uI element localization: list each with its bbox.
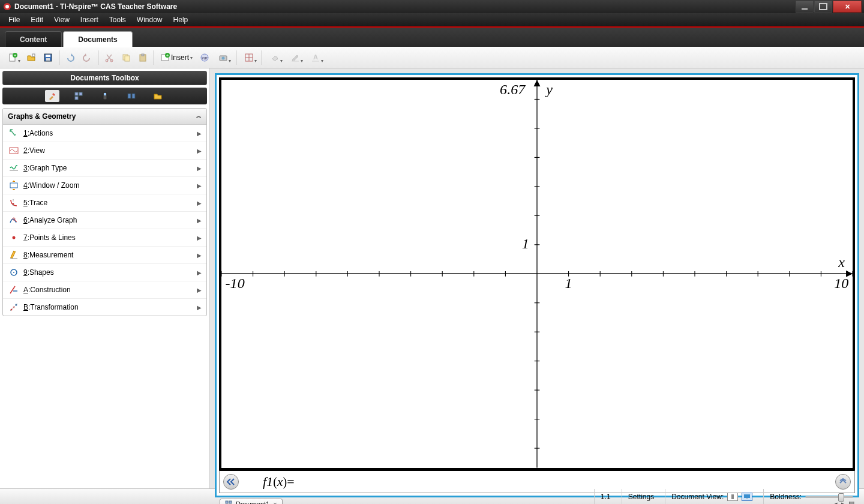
sidebar-item-measurement[interactable]: 8:Measurement▶ xyxy=(3,247,206,264)
svg-rect-37 xyxy=(10,183,17,188)
close-button[interactable] xyxy=(833,1,862,13)
sidebar-title: Documents Toolbox xyxy=(2,71,207,85)
svg-rect-28 xyxy=(75,92,78,95)
settings-button[interactable]: Settings xyxy=(622,489,660,504)
color-fill-button[interactable] xyxy=(266,50,284,65)
submenu-arrow-icon: ▶ xyxy=(197,148,202,154)
sidebar-item-view[interactable]: 2:View▶ xyxy=(3,142,206,160)
svg-text:x: x xyxy=(838,254,845,270)
sidebar-tab-emulator[interactable] xyxy=(98,90,112,102)
submenu-arrow-icon: ▶ xyxy=(197,200,202,206)
toolbar: + + Insert ▾ var A xyxy=(0,47,864,68)
page-indicator[interactable]: 1.1 xyxy=(594,489,617,504)
sidebar-item-shapes[interactable]: 9:Shapes▶ xyxy=(3,264,206,281)
sidebar-tab-tools[interactable] xyxy=(45,90,59,102)
computer-view-button[interactable] xyxy=(742,493,752,501)
graphs-geometry-header[interactable]: Graphs & Geometry︽ xyxy=(3,109,206,125)
sidebar-item-window-zoom[interactable]: 4:Window / Zoom▶ xyxy=(3,177,206,194)
graphs-geometry-panel: Graphs & Geometry︽ 1:Actions▶2:View▶3:Gr… xyxy=(2,108,207,316)
sidebar-item-icon xyxy=(8,215,20,225)
svg-rect-25 xyxy=(292,61,299,62)
document-tabs: Document1 × ◂ ▸ ▤ xyxy=(215,499,859,504)
svg-rect-43 xyxy=(11,251,16,258)
svg-rect-5 xyxy=(32,54,35,56)
sidebar-item-graph-type[interactable]: 3:Graph Type▶ xyxy=(3,160,206,177)
svg-text:6.67: 6.67 xyxy=(500,82,526,97)
menu-file[interactable]: File xyxy=(4,14,25,25)
insert-dropdown[interactable]: + Insert ▾ xyxy=(158,50,195,65)
submenu-arrow-icon: ▶ xyxy=(197,252,202,259)
svg-rect-29 xyxy=(79,92,82,95)
menu-tools[interactable]: Tools xyxy=(104,14,131,25)
document-tab-1[interactable]: Document1 × xyxy=(220,499,283,504)
svg-text:var: var xyxy=(202,56,208,60)
sidebar-item-analyze-graph[interactable]: 6:Analyze Graph▶ xyxy=(3,212,206,229)
menu-help[interactable]: Help xyxy=(169,14,193,25)
graph-view[interactable]: -1011016.67yx xyxy=(219,77,855,470)
new-document-button[interactable]: + xyxy=(4,50,22,65)
sidebar-item-label: 4:Window / Zoom xyxy=(23,181,197,190)
tab-documents[interactable]: Documents xyxy=(63,31,132,47)
maximize-button[interactable] xyxy=(814,1,832,13)
sidebar-item-label: A:Construction xyxy=(23,286,197,294)
sidebar-item-construction[interactable]: A:Construction▶ xyxy=(3,281,206,299)
submenu-arrow-icon: ▶ xyxy=(197,269,202,276)
svg-text:10: 10 xyxy=(834,275,848,291)
sidebar-item-label: 5:Trace xyxy=(23,199,197,207)
svg-text:y: y xyxy=(544,82,553,97)
document-view-label: Document View: xyxy=(665,489,758,504)
sidebar-tab-utilities[interactable] xyxy=(124,90,139,102)
cut-button[interactable] xyxy=(102,50,116,65)
entry-expand-button[interactable] xyxy=(835,474,851,490)
window-title: Document1 - TI-Nspire™ CAS Teacher Softw… xyxy=(14,2,795,11)
page-layout-button[interactable] xyxy=(240,50,258,65)
workspace-tabstrip: Content Documents xyxy=(0,28,864,47)
minimize-button[interactable] xyxy=(796,1,814,13)
paste-button[interactable] xyxy=(136,50,150,65)
boldness-control: Boldness: xyxy=(763,489,859,504)
svg-rect-32 xyxy=(104,93,106,95)
sidebar-tab-explorer[interactable] xyxy=(151,90,165,102)
menu-edit[interactable]: Edit xyxy=(26,14,48,25)
svg-text:1: 1 xyxy=(565,275,572,291)
color-line-button[interactable] xyxy=(286,50,304,65)
screen-capture-button[interactable] xyxy=(214,50,232,65)
menu-insert[interactable]: Insert xyxy=(76,14,103,25)
menu-window[interactable]: Window xyxy=(132,14,167,25)
sidebar-item-points-lines[interactable]: 7:Points & Lines▶ xyxy=(3,229,206,247)
copy-button[interactable] xyxy=(119,50,133,65)
entry-prev-button[interactable] xyxy=(223,474,239,490)
sidebar: Documents Toolbox Graphs & Geometry︽ 1:A… xyxy=(0,68,210,488)
boldness-slider[interactable] xyxy=(805,493,853,501)
open-document-button[interactable] xyxy=(24,50,38,65)
svg-rect-30 xyxy=(75,97,78,100)
svg-point-21 xyxy=(222,57,225,60)
variable-button[interactable]: var xyxy=(197,50,212,65)
undo-button[interactable] xyxy=(63,50,77,65)
entry-function-label[interactable]: f1(x)= xyxy=(263,474,295,490)
sidebar-item-label: 9:Shapes xyxy=(23,268,197,277)
svg-rect-12 xyxy=(125,56,130,61)
document-tab-close-icon[interactable]: × xyxy=(273,500,277,504)
svg-text:+: + xyxy=(166,53,169,58)
sidebar-item-label: 8:Measurement xyxy=(23,251,197,259)
sidebar-tabs xyxy=(2,88,207,104)
sidebar-item-label: B:Transformation xyxy=(23,303,197,311)
sidebar-item-actions[interactable]: 1:Actions▶ xyxy=(3,125,206,142)
svg-rect-93 xyxy=(226,501,228,503)
svg-rect-34 xyxy=(132,94,135,98)
menu-view[interactable]: View xyxy=(49,14,74,25)
sidebar-item-trace[interactable]: 5:Trace▶ xyxy=(3,194,206,212)
handheld-view-button[interactable] xyxy=(727,493,738,501)
sidebar-item-transformation[interactable]: B:Transformation▶ xyxy=(3,299,206,316)
sidebar-item-icon xyxy=(8,233,20,242)
sidebar-tab-sorter[interactable] xyxy=(71,90,86,102)
save-button[interactable] xyxy=(41,50,55,65)
tab-content[interactable]: Content xyxy=(5,31,62,47)
svg-rect-94 xyxy=(229,501,232,503)
svg-text:+: + xyxy=(14,53,16,58)
sidebar-item-icon xyxy=(8,250,20,260)
sidebar-item-icon xyxy=(8,128,20,138)
redo-button[interactable] xyxy=(80,50,94,65)
color-text-button[interactable]: A xyxy=(307,50,325,65)
